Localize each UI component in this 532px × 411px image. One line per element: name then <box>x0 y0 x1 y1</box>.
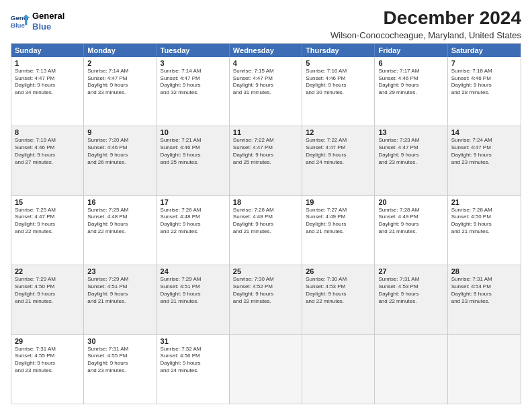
cell-info: Sunrise: 7:31 AM Sunset: 4:55 PM Dayligh… <box>15 346 80 375</box>
day-number: 4 <box>233 59 298 67</box>
calendar-body: 1Sunrise: 7:13 AM Sunset: 4:47 PM Daylig… <box>11 57 521 404</box>
cell-info: Sunrise: 7:27 AM Sunset: 4:49 PM Dayligh… <box>306 207 371 236</box>
day-number: 15 <box>15 198 80 206</box>
cell-info: Sunrise: 7:32 AM Sunset: 4:56 PM Dayligh… <box>161 346 226 375</box>
calendar-cell: 21Sunrise: 7:28 AM Sunset: 4:50 PM Dayli… <box>448 196 521 265</box>
calendar-cell: 13Sunrise: 7:23 AM Sunset: 4:47 PM Dayli… <box>375 126 447 195</box>
cell-info: Sunrise: 7:14 AM Sunset: 4:47 PM Dayligh… <box>161 68 226 97</box>
day-number: 12 <box>306 128 371 136</box>
day-number: 3 <box>161 59 226 67</box>
calendar-cell: 25Sunrise: 7:30 AM Sunset: 4:52 PM Dayli… <box>230 265 302 334</box>
calendar-cell: 26Sunrise: 7:30 AM Sunset: 4:53 PM Dayli… <box>302 265 375 334</box>
header: General Blue General Blue December 2024 … <box>11 8 521 40</box>
cell-info: Sunrise: 7:25 AM Sunset: 4:47 PM Dayligh… <box>15 207 80 236</box>
page: General Blue General Blue December 2024 … <box>0 0 532 411</box>
cell-info: Sunrise: 7:22 AM Sunset: 4:47 PM Dayligh… <box>233 137 298 166</box>
cell-info: Sunrise: 7:13 AM Sunset: 4:47 PM Dayligh… <box>15 68 80 97</box>
day-header-friday: Friday <box>375 44 447 57</box>
day-number: 14 <box>451 128 517 136</box>
day-header-wednesday: Wednesday <box>230 44 302 57</box>
cell-info: Sunrise: 7:31 AM Sunset: 4:54 PM Dayligh… <box>451 276 517 305</box>
day-number: 28 <box>451 267 517 275</box>
calendar-cell: 30Sunrise: 7:31 AM Sunset: 4:55 PM Dayli… <box>84 335 157 404</box>
day-number: 30 <box>87 337 152 345</box>
calendar-row-4: 22Sunrise: 7:29 AM Sunset: 4:50 PM Dayli… <box>11 265 521 334</box>
calendar-cell: 3Sunrise: 7:14 AM Sunset: 4:47 PM Daylig… <box>157 57 230 126</box>
calendar-cell <box>375 335 447 404</box>
day-number: 20 <box>378 198 443 206</box>
cell-info: Sunrise: 7:28 AM Sunset: 4:49 PM Dayligh… <box>378 207 443 236</box>
title-block: December 2024 Wilson-Conococheague, Mary… <box>330 8 521 40</box>
day-number: 10 <box>161 128 226 136</box>
day-number: 18 <box>233 198 298 206</box>
logo: General Blue General Blue <box>11 11 64 32</box>
calendar-cell: 1Sunrise: 7:13 AM Sunset: 4:47 PM Daylig… <box>11 57 84 126</box>
day-number: 1 <box>15 59 80 67</box>
calendar-row-5: 29Sunrise: 7:31 AM Sunset: 4:55 PM Dayli… <box>11 334 521 404</box>
cell-info: Sunrise: 7:14 AM Sunset: 4:47 PM Dayligh… <box>87 68 152 97</box>
main-title: December 2024 <box>330 8 521 29</box>
calendar-cell: 6Sunrise: 7:17 AM Sunset: 4:46 PM Daylig… <box>375 57 447 126</box>
calendar-header: SundayMondayTuesdayWednesdayThursdayFrid… <box>11 44 521 57</box>
day-number: 6 <box>378 59 443 67</box>
subtitle: Wilson-Conococheague, Maryland, United S… <box>330 30 521 40</box>
day-number: 16 <box>87 198 152 206</box>
calendar-row-3: 15Sunrise: 7:25 AM Sunset: 4:47 PM Dayli… <box>11 195 521 265</box>
calendar-cell: 7Sunrise: 7:18 AM Sunset: 4:46 PM Daylig… <box>448 57 521 126</box>
day-number: 23 <box>87 267 152 275</box>
cell-info: Sunrise: 7:25 AM Sunset: 4:48 PM Dayligh… <box>87 207 152 236</box>
calendar-cell: 20Sunrise: 7:28 AM Sunset: 4:49 PM Dayli… <box>375 196 447 265</box>
day-number: 22 <box>15 267 80 275</box>
day-number: 25 <box>233 267 298 275</box>
calendar-cell: 18Sunrise: 7:26 AM Sunset: 4:48 PM Dayli… <box>230 196 302 265</box>
day-number: 17 <box>161 198 226 206</box>
calendar-cell: 10Sunrise: 7:21 AM Sunset: 4:46 PM Dayli… <box>157 126 230 195</box>
day-header-thursday: Thursday <box>302 44 375 57</box>
day-number: 13 <box>378 128 443 136</box>
cell-info: Sunrise: 7:18 AM Sunset: 4:46 PM Dayligh… <box>451 68 517 97</box>
cell-info: Sunrise: 7:26 AM Sunset: 4:48 PM Dayligh… <box>233 207 298 236</box>
calendar-cell <box>302 335 375 404</box>
day-number: 8 <box>15 128 80 136</box>
cell-info: Sunrise: 7:20 AM Sunset: 4:46 PM Dayligh… <box>87 137 152 166</box>
calendar-cell: 16Sunrise: 7:25 AM Sunset: 4:48 PM Dayli… <box>84 196 157 265</box>
calendar-cell: 8Sunrise: 7:19 AM Sunset: 4:46 PM Daylig… <box>11 126 84 195</box>
calendar-cell: 23Sunrise: 7:29 AM Sunset: 4:51 PM Dayli… <box>84 265 157 334</box>
calendar-cell: 9Sunrise: 7:20 AM Sunset: 4:46 PM Daylig… <box>84 126 157 195</box>
calendar-cell: 29Sunrise: 7:31 AM Sunset: 4:55 PM Dayli… <box>11 335 84 404</box>
cell-info: Sunrise: 7:29 AM Sunset: 4:51 PM Dayligh… <box>161 276 226 305</box>
logo-text-blue: Blue <box>32 21 64 32</box>
day-number: 5 <box>306 59 371 67</box>
calendar-cell: 24Sunrise: 7:29 AM Sunset: 4:51 PM Dayli… <box>157 265 230 334</box>
cell-info: Sunrise: 7:17 AM Sunset: 4:46 PM Dayligh… <box>378 68 443 97</box>
day-number: 21 <box>451 198 517 206</box>
day-number: 27 <box>378 267 443 275</box>
day-header-tuesday: Tuesday <box>157 44 230 57</box>
calendar-cell: 28Sunrise: 7:31 AM Sunset: 4:54 PM Dayli… <box>448 265 521 334</box>
calendar-cell: 4Sunrise: 7:15 AM Sunset: 4:47 PM Daylig… <box>230 57 302 126</box>
calendar-cell: 19Sunrise: 7:27 AM Sunset: 4:49 PM Dayli… <box>302 196 375 265</box>
day-number: 26 <box>306 267 371 275</box>
cell-info: Sunrise: 7:19 AM Sunset: 4:46 PM Dayligh… <box>15 137 80 166</box>
cell-info: Sunrise: 7:15 AM Sunset: 4:47 PM Dayligh… <box>233 68 298 97</box>
cell-info: Sunrise: 7:16 AM Sunset: 4:46 PM Dayligh… <box>306 68 371 97</box>
calendar-cell: 31Sunrise: 7:32 AM Sunset: 4:56 PM Dayli… <box>157 335 230 404</box>
cell-info: Sunrise: 7:31 AM Sunset: 4:55 PM Dayligh… <box>87 346 152 375</box>
day-header-saturday: Saturday <box>448 44 521 57</box>
calendar-cell <box>230 335 302 404</box>
calendar-cell: 11Sunrise: 7:22 AM Sunset: 4:47 PM Dayli… <box>230 126 302 195</box>
logo-icon: General Blue <box>11 12 30 31</box>
day-number: 31 <box>161 337 226 345</box>
day-number: 2 <box>87 59 152 67</box>
day-number: 29 <box>15 337 80 345</box>
calendar-cell: 2Sunrise: 7:14 AM Sunset: 4:47 PM Daylig… <box>84 57 157 126</box>
calendar-row-2: 8Sunrise: 7:19 AM Sunset: 4:46 PM Daylig… <box>11 126 521 195</box>
calendar-cell: 14Sunrise: 7:24 AM Sunset: 4:47 PM Dayli… <box>448 126 521 195</box>
cell-info: Sunrise: 7:21 AM Sunset: 4:46 PM Dayligh… <box>161 137 226 166</box>
calendar-cell: 15Sunrise: 7:25 AM Sunset: 4:47 PM Dayli… <box>11 196 84 265</box>
day-header-monday: Monday <box>84 44 157 57</box>
day-number: 19 <box>306 198 371 206</box>
day-number: 11 <box>233 128 298 136</box>
calendar-cell: 22Sunrise: 7:29 AM Sunset: 4:50 PM Dayli… <box>11 265 84 334</box>
cell-info: Sunrise: 7:23 AM Sunset: 4:47 PM Dayligh… <box>378 137 443 166</box>
